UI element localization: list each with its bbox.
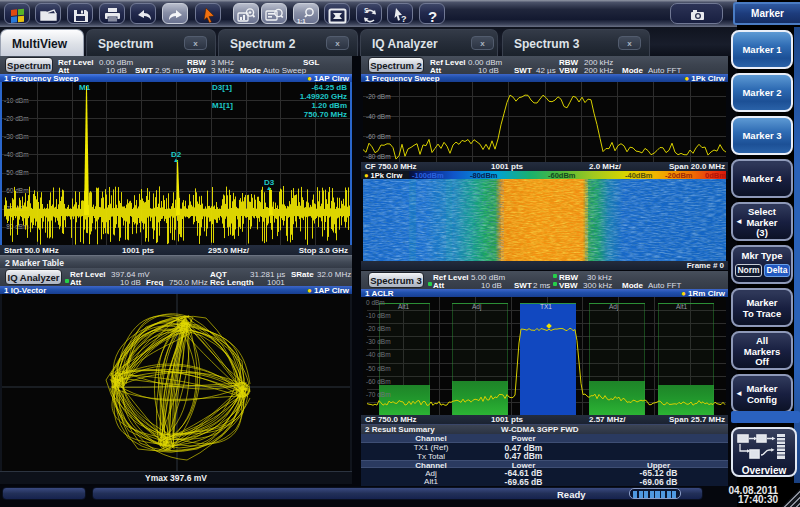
svg-text:?: ? — [401, 14, 407, 24]
svg-text:S: S — [364, 7, 369, 14]
svg-text:?: ? — [428, 8, 437, 25]
svg-text:1:1: 1:1 — [297, 18, 306, 24]
